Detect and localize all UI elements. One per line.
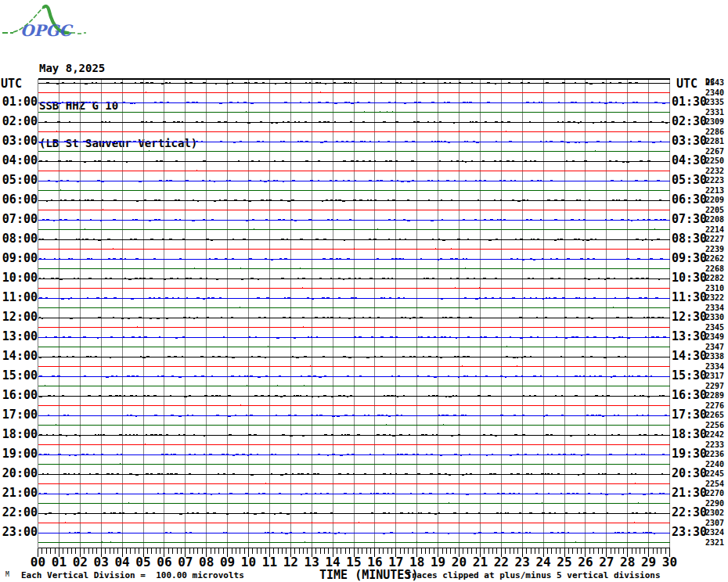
x-tick-label: 21 bbox=[468, 556, 492, 569]
left-time-label: 07:00 bbox=[0, 214, 38, 225]
left-time-label: 10:00 bbox=[0, 272, 38, 284]
x-tick-label: 23 bbox=[510, 556, 534, 569]
right-time-label: 13:30 bbox=[672, 331, 709, 343]
left-time-label: 16:00 bbox=[0, 390, 38, 401]
dc-value: 2286 bbox=[705, 128, 728, 136]
right-time-label: 05:30 bbox=[672, 174, 709, 186]
left-time-label: 14:00 bbox=[0, 350, 38, 362]
dc-value: 2205 bbox=[705, 207, 728, 214]
dc-value: 2239 bbox=[705, 246, 728, 253]
left-time-label: 11:00 bbox=[0, 292, 38, 304]
dc-value: 2335 bbox=[705, 99, 728, 106]
dc-value: 2276 bbox=[705, 402, 728, 410]
x-tick-label: 07 bbox=[174, 556, 197, 569]
dc-value: 2324 bbox=[705, 529, 728, 537]
x-tick-label: 18 bbox=[405, 556, 429, 569]
x-tick-label: 02 bbox=[68, 556, 92, 569]
dc-value: 2227 bbox=[705, 235, 728, 243]
x-tick-label: 03 bbox=[89, 556, 113, 569]
dc-value: 2322 bbox=[705, 294, 728, 302]
dc-value: 2340 bbox=[705, 89, 728, 97]
right-time-label: 06:30 bbox=[672, 194, 709, 206]
right-time-label: 08:30 bbox=[672, 233, 709, 245]
right-time-label: 03:30 bbox=[672, 135, 709, 147]
left-time-label: 01:00 bbox=[0, 96, 38, 108]
dc-value: 2349 bbox=[705, 333, 728, 341]
x-tick-label: 14 bbox=[321, 556, 344, 569]
x-tick-label: 05 bbox=[132, 556, 155, 569]
dc-value: 2268 bbox=[705, 265, 728, 273]
right-time-label: 18:30 bbox=[672, 429, 709, 440]
left-time-label: 20:00 bbox=[0, 468, 38, 480]
left-time-label: 18:00 bbox=[0, 429, 38, 440]
x-tick-label: 04 bbox=[110, 556, 134, 569]
dc-value: 2245 bbox=[705, 470, 728, 478]
dc-value: 2233 bbox=[705, 441, 728, 449]
left-time-label: 23:00 bbox=[0, 526, 38, 538]
x-tick-label: 19 bbox=[427, 556, 450, 569]
right-time-label: 10:30 bbox=[672, 272, 709, 284]
corner-mark: M bbox=[5, 571, 9, 578]
x-tick-label: 08 bbox=[195, 556, 218, 569]
right-time-label: 04:30 bbox=[672, 155, 709, 167]
right-time-label: 15:30 bbox=[672, 370, 709, 382]
right-time-label: 07:30 bbox=[672, 214, 709, 225]
helicorder-page: OPGC May 8,2025 SSB HHZ G 10 (LB St Sauv… bbox=[0, 0, 728, 582]
dc-value: 2242 bbox=[705, 431, 728, 439]
right-time-label: 19:30 bbox=[672, 448, 709, 460]
left-time-label: 22:00 bbox=[0, 507, 38, 519]
dc-value: 2232 bbox=[705, 167, 728, 175]
x-tick-label: 12 bbox=[279, 556, 302, 569]
dc-value: 2282 bbox=[705, 275, 728, 282]
x-tick-label: 09 bbox=[216, 556, 240, 569]
dc-value: 2334 bbox=[705, 363, 728, 371]
right-time-label: 21:30 bbox=[672, 487, 709, 499]
dc-value: 2236 bbox=[705, 451, 728, 458]
left-time-label: 17:00 bbox=[0, 409, 38, 421]
dc-value: 2307 bbox=[705, 519, 728, 527]
dc-value: 2302 bbox=[705, 509, 728, 517]
dc-value: 2214 bbox=[705, 226, 728, 234]
x-tick-label: 25 bbox=[553, 556, 576, 569]
x-tick-label: 28 bbox=[616, 556, 640, 569]
dc-value: 2213 bbox=[705, 187, 728, 195]
dc-value: 2265 bbox=[705, 411, 728, 419]
dc-value: 2250 bbox=[705, 157, 728, 165]
dc-value: 2321 bbox=[705, 539, 728, 547]
scale-note: Each Vertical Division = 100.00 microvol… bbox=[21, 570, 244, 580]
right-time-label: 20:30 bbox=[672, 468, 709, 480]
dc-value: 2223 bbox=[705, 177, 728, 185]
right-time-label: 14:30 bbox=[672, 350, 709, 362]
x-tick-label: 27 bbox=[595, 556, 618, 569]
dc-value: 2343 bbox=[705, 79, 728, 87]
right-time-label: 22:30 bbox=[672, 507, 709, 519]
dc-value: 2331 bbox=[705, 109, 728, 117]
right-time-label: 01:30 bbox=[672, 96, 709, 108]
left-time-label: 04:00 bbox=[0, 155, 38, 167]
left-time-label: 08:00 bbox=[0, 233, 38, 245]
x-tick-label: 24 bbox=[532, 556, 555, 569]
dc-value: 2345 bbox=[705, 324, 728, 332]
x-tick-label: 01 bbox=[47, 556, 70, 569]
dc-value: 2240 bbox=[705, 461, 728, 469]
dc-value: 2334 bbox=[705, 304, 728, 312]
dc-value: 2309 bbox=[705, 118, 728, 126]
dc-value: 2209 bbox=[705, 196, 728, 204]
left-time-label: 09:00 bbox=[0, 253, 38, 264]
dc-value: 2289 bbox=[705, 392, 728, 400]
x-tick-label: 13 bbox=[300, 556, 323, 569]
dc-value: 2256 bbox=[705, 422, 728, 429]
x-axis-title: TIME (MINUTES) bbox=[319, 568, 418, 582]
dc-value: 2270 bbox=[705, 490, 728, 498]
x-tick-label: 17 bbox=[384, 556, 408, 569]
right-time-label: 11:30 bbox=[672, 292, 709, 304]
dc-value: 2208 bbox=[705, 216, 728, 224]
dc-value: 2297 bbox=[705, 383, 728, 390]
left-time-label: 21:00 bbox=[0, 487, 38, 499]
right-time-label: 17:30 bbox=[672, 409, 709, 421]
right-time-label: 23:30 bbox=[672, 526, 709, 538]
x-tick-label: 15 bbox=[342, 556, 366, 569]
right-time-label: 16:30 bbox=[672, 390, 709, 401]
x-tick-label: 10 bbox=[237, 556, 261, 569]
dc-value: 2254 bbox=[705, 480, 728, 488]
